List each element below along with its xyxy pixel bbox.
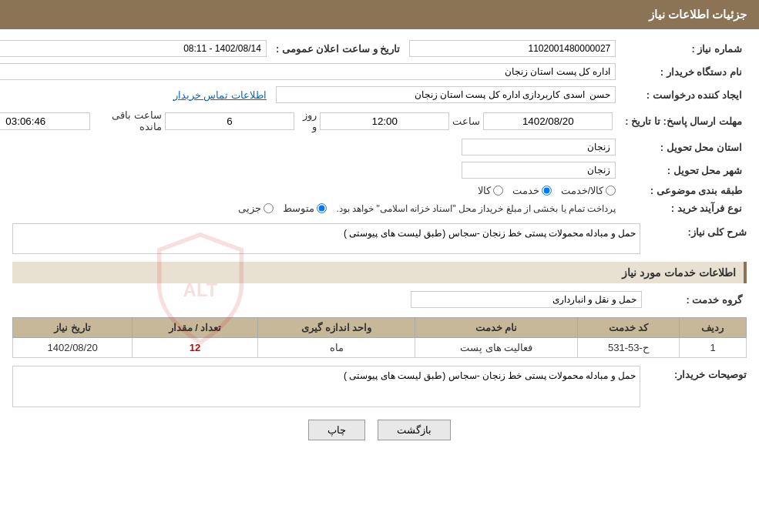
goroh-table: گروه خدمت : (12, 288, 747, 311)
saat-input[interactable] (320, 112, 449, 130)
button-group: بازگشت چاپ (12, 420, 747, 440)
jozei-label: جزیی (238, 202, 261, 214)
radio-jozei[interactable]: جزیی (238, 202, 274, 214)
shomara-niaz-input[interactable] (409, 40, 616, 57)
saat-mande-label: ساعت باقی مانده (93, 109, 162, 132)
saat-label: ساعت (452, 115, 480, 127)
goroh-label: گروه خدمت : (646, 288, 747, 311)
col-tedad: تعداد / مقدار (133, 318, 257, 338)
radio-jozei-input[interactable] (264, 203, 274, 213)
radio-khadamat[interactable]: خدمت (512, 185, 552, 196)
radio-khadamat-input[interactable] (542, 186, 552, 196)
tabaqe-radio-group: کالا/خدمت خدمت کالا (0, 185, 616, 196)
saat-mande-input[interactable] (0, 112, 90, 130)
shahr-tahvil-label: شهر محل تحویل : (620, 159, 747, 182)
ostan-tahvil-label: استان محل تحویل : (620, 136, 747, 159)
khadamat-label: خدمت (512, 185, 539, 196)
main-info-table: شماره نیاز : تاریخ و ساعت اعلان عمومی : … (0, 37, 747, 217)
nam-dastgah-input[interactable] (0, 63, 616, 80)
kala-khadamat-label: کالا/خدمت (561, 185, 604, 196)
col-code: کد خدمت (577, 318, 679, 338)
nam-dastgah-label: نام دستگاه خریدار : (620, 60, 747, 83)
rooz-input[interactable] (165, 112, 294, 130)
col-radif: ردیف (679, 318, 746, 338)
sharh-textarea[interactable] (12, 223, 640, 254)
ostan-tahvil-input[interactable] (462, 139, 616, 156)
page-header: جزئیات اطلاعات نیاز (0, 0, 759, 29)
kala-label: کالا (478, 185, 491, 196)
goroh-input[interactable] (411, 291, 642, 308)
tarikh-elan-label: تاریخ و ساعت اعلان عمومی : (271, 37, 405, 60)
header-title: جزئیات اطلاعات نیاز (649, 8, 747, 21)
mohlat-label: مهلت ارسال پاسخ: تا تاریخ : (620, 106, 747, 136)
chap-button[interactable]: چاپ (308, 420, 365, 440)
ettelaat-tamas-link[interactable]: اطلاعات تماس خریدار (173, 89, 267, 101)
motavaset-label: متوسط (283, 202, 314, 214)
ijad-konande-label: ایجاد کننده درخواست : (620, 83, 747, 106)
radio-kala[interactable]: کالا (478, 185, 503, 196)
ijad-konande-input[interactable] (276, 86, 616, 103)
tarikh-elan-input[interactable] (0, 40, 267, 57)
shomara-niaz-label: شماره نیاز : (620, 37, 747, 60)
tosif-label: توصیحات خریدار: (674, 369, 747, 380)
nooe-farayand-label: نوع فرآیند خرید : (620, 199, 747, 217)
nooe-farayand-radio-group: پرداخت تمام یا بخشی از مبلغ خریداز محل "… (0, 202, 616, 214)
radio-kala-khadamat[interactable]: کالا/خدمت (561, 185, 616, 196)
khadamat-section-title: اطلاعات خدمات مورد نیاز (12, 262, 747, 283)
col-name: نام خدمت (415, 318, 577, 338)
bazgasht-button[interactable]: بازگشت (378, 420, 451, 440)
radio-motavaset[interactable]: متوسط (283, 202, 327, 214)
col-tarikh: تاریخ نیاز (13, 318, 133, 338)
tabaqe-label: طبقه بندی موضوعی : (620, 182, 747, 199)
sharh-label: شرح کلی نیاز: (687, 226, 747, 238)
radio-kala-khadamat-input[interactable] (606, 186, 616, 196)
shahr-tahvil-input[interactable] (462, 162, 616, 179)
date-input[interactable] (483, 112, 613, 130)
nooe-note: پرداخت تمام یا بخشی از مبلغ خریداز محل "… (336, 203, 616, 214)
radio-motavaset-input[interactable] (317, 203, 327, 213)
services-table: ردیف کد خدمت نام خدمت واحد اندازه گیری ت… (12, 317, 747, 358)
table-row: 1ح-53-531فعالیت های پستماه121402/08/20 (13, 338, 747, 358)
tosif-textarea[interactable] (12, 366, 640, 407)
rooz-label: روز و (297, 109, 317, 132)
radio-kala-input[interactable] (493, 186, 503, 196)
col-vahed: واحد اندازه گیری (257, 318, 415, 338)
